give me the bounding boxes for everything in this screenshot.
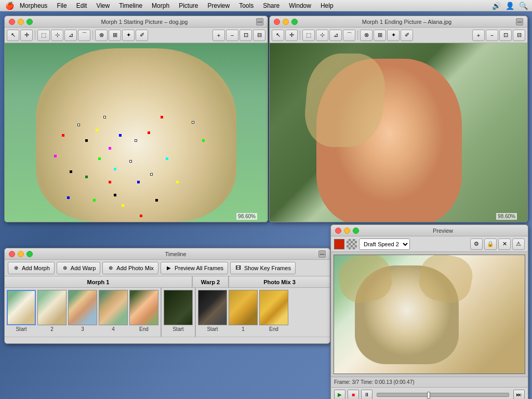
select-tool[interactable]: ⬚ [37, 30, 50, 41]
right-collapse-button[interactable]: — [516, 18, 523, 25]
morph-dot-20[interactable] [103, 116, 106, 118]
minimize-button-preview[interactable] [344, 228, 350, 234]
menu-file[interactable]: File [52, 1, 71, 10]
add-photo-mix-button[interactable]: ⊕ Add Photo Mix [102, 262, 158, 274]
minimize-button-timeline[interactable] [18, 251, 24, 257]
morph-dot-14[interactable] [137, 181, 140, 183]
zoom-button-right[interactable] [291, 19, 298, 25]
color-swatch-red[interactable] [334, 239, 344, 249]
left-collapse-button[interactable]: — [256, 18, 263, 25]
morph-dot-24[interactable] [54, 155, 57, 157]
speed-select[interactable]: Draft Speed 2 Draft Speed 1 Draft Speed … [359, 238, 410, 250]
line-tool[interactable]: ⊿ [64, 30, 77, 41]
menu-preview[interactable]: Preview [203, 1, 234, 10]
show-key-frames-button[interactable]: 🎞 Show Key Frames [230, 262, 296, 274]
morph-dot-13[interactable] [109, 181, 111, 183]
frame-photomix-start[interactable]: Start [198, 290, 227, 332]
line-tool-r[interactable]: ⊿ [329, 30, 342, 41]
close-button-right[interactable] [274, 19, 280, 25]
zoom-out-left[interactable]: − [226, 30, 238, 41]
zoom-in-right[interactable]: + [472, 30, 485, 41]
warp-tool-r[interactable]: ⊗ [360, 30, 373, 41]
frame-morph1-end[interactable]: End [129, 290, 158, 332]
zoom-button-preview[interactable] [353, 228, 359, 234]
play-button[interactable]: ▶ [334, 390, 345, 400]
close-button-left[interactable] [9, 19, 15, 25]
morph-dot-30[interactable] [67, 196, 70, 199]
minimize-button-left[interactable] [18, 19, 24, 25]
morph-dot-23[interactable] [192, 121, 194, 124]
arrow-tool-r[interactable]: ↖ [272, 30, 284, 41]
user-icon[interactable]: 👤 [505, 1, 514, 10]
transform-tool-r[interactable]: ✦ [387, 30, 400, 41]
pause-button[interactable]: ⏸ [361, 390, 373, 400]
stop-button[interactable]: ■ [348, 390, 359, 400]
morph-dot-10[interactable] [114, 168, 116, 170]
morph-dot-16[interactable] [150, 173, 153, 176]
point-tool-r[interactable]: ⊹ [316, 30, 328, 41]
menu-view[interactable]: View [92, 1, 114, 10]
frame-warp2-start[interactable]: Start [164, 290, 193, 332]
morph-dot-22[interactable] [202, 139, 205, 142]
morph-dot-18[interactable] [122, 204, 124, 207]
frame-photomix-1[interactable]: 1 [229, 290, 258, 332]
morph-dot-28[interactable] [140, 215, 142, 217]
morph-dot-6[interactable] [119, 134, 122, 137]
end-button[interactable]: ⏭ [513, 390, 525, 400]
morph-dot-4[interactable] [96, 129, 98, 131]
morph-dot-8[interactable] [148, 131, 150, 134]
frame-photomix-end[interactable]: End [259, 290, 288, 332]
menu-help[interactable]: Help [316, 1, 338, 10]
morph-dot-2[interactable] [77, 124, 80, 126]
arrow-tool[interactable]: ↖ [7, 30, 19, 41]
minimize-button-right[interactable] [283, 19, 289, 25]
morph-dot-3[interactable] [85, 139, 88, 142]
bezier-tool[interactable]: ⌒ [78, 30, 90, 41]
point-tool[interactable]: ⊹ [51, 30, 63, 41]
frame-morph1-2[interactable]: 2 [37, 290, 66, 332]
color-swatch-checker[interactable] [347, 239, 357, 249]
add-morph-button[interactable]: ⊕ Add Morph [8, 262, 55, 274]
preview-lock-btn[interactable]: 🔒 [484, 238, 497, 250]
morph-dot-11[interactable] [129, 160, 132, 163]
eraser-tool[interactable]: ✐ [136, 30, 148, 41]
menu-window[interactable]: Window [285, 1, 315, 10]
zoom-in-left[interactable]: + [212, 30, 225, 41]
zoom-actual-right[interactable]: ⊟ [513, 30, 525, 41]
preview-close-btn[interactable]: ✕ [498, 238, 511, 250]
morph-dot-5[interactable] [109, 147, 111, 150]
preview-warn-btn[interactable]: ⚠ [512, 238, 525, 250]
morph-dot-15[interactable] [70, 170, 72, 173]
menu-morph[interactable]: Morph [148, 1, 174, 10]
search-menu-icon[interactable]: 🔍 [518, 1, 528, 10]
menu-morpheus[interactable]: Morpheus [16, 1, 51, 10]
morph-dot-26[interactable] [176, 181, 179, 183]
bezier-tool-r[interactable]: ⌒ [343, 30, 355, 41]
frame-morph1-3[interactable]: 3 [68, 290, 97, 332]
menu-timeline[interactable]: Timeline [115, 1, 147, 10]
progress-slider[interactable] [377, 393, 509, 397]
left-image-canvas[interactable]: 98.60% [5, 43, 268, 222]
menu-tools[interactable]: Tools [235, 1, 258, 10]
menu-picture[interactable]: Picture [175, 1, 202, 10]
frame-morph1-start[interactable]: Start [7, 290, 36, 332]
morph-dot-27[interactable] [155, 199, 158, 202]
eraser-tool-r[interactable]: ✐ [401, 30, 413, 41]
transform-tool[interactable]: ✦ [122, 30, 135, 41]
zoom-fit-left[interactable]: ⊡ [240, 30, 252, 41]
crosshair-tool[interactable]: ✛ [20, 30, 33, 41]
zoom-actual-left[interactable]: ⊟ [253, 30, 265, 41]
add-warp-button[interactable]: ⊕ Add Warp [57, 262, 101, 274]
select-tool-r[interactable]: ⬚ [302, 30, 315, 41]
zoom-button-left[interactable] [26, 19, 33, 25]
menu-share[interactable]: Share [259, 1, 284, 10]
mesh-tool[interactable]: ⊞ [109, 30, 121, 41]
apple-menu-icon[interactable]: 🍎 [4, 0, 15, 11]
menu-edit[interactable]: Edit [72, 1, 91, 10]
morph-dot-9[interactable] [98, 157, 101, 160]
morph-dot-19[interactable] [114, 194, 116, 196]
warp-tool[interactable]: ⊗ [95, 30, 108, 41]
frame-morph1-4[interactable]: 4 [99, 290, 128, 332]
zoom-button-timeline[interactable] [26, 251, 33, 257]
morph-dot-1[interactable] [62, 134, 64, 137]
